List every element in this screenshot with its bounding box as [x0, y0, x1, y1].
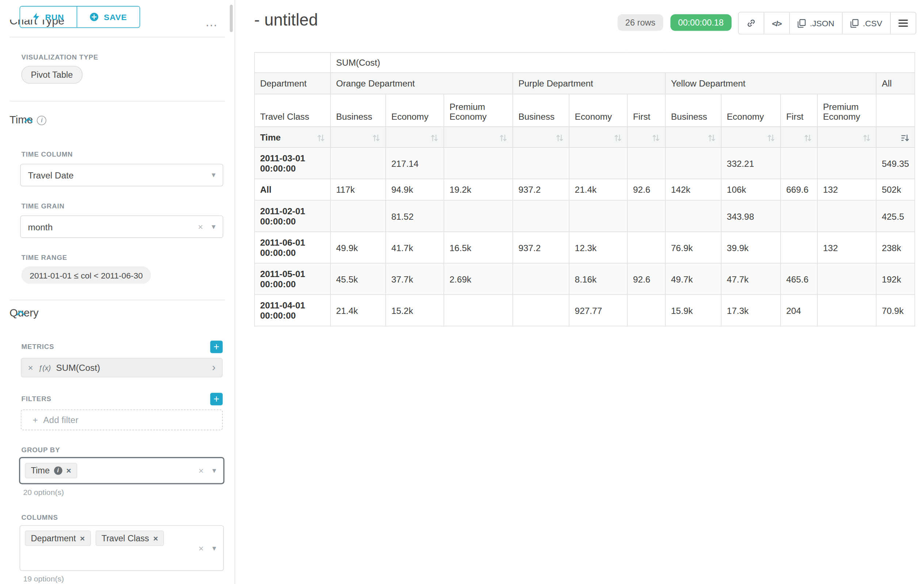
- menu-button[interactable]: [890, 12, 916, 34]
- group-by-label: GROUP BY: [21, 446, 60, 454]
- dimension-tag[interactable]: Travel Class×: [96, 531, 164, 546]
- link-icon: [746, 18, 756, 28]
- time-range-pill[interactable]: 2011-01-01 ≤ col < 2011-06-30: [21, 267, 151, 284]
- time-column-label: TIME COLUMN: [21, 151, 73, 158]
- query-section-header[interactable]: Query: [10, 307, 39, 319]
- sort-icon[interactable]: [708, 134, 716, 142]
- value-cell: 204: [780, 294, 817, 326]
- columns-options-hint: 19 option(s): [23, 574, 64, 583]
- value-cell: 94.9k: [386, 179, 444, 201]
- value-cell: 92.6: [627, 263, 665, 294]
- sorter-cell[interactable]: [330, 127, 386, 148]
- value-cell: [627, 148, 665, 179]
- class-header-cell: First: [780, 94, 817, 127]
- value-cell: 937.2: [513, 179, 569, 201]
- columns-select[interactable]: Department×Travel Class× × ▾: [20, 525, 224, 571]
- value-cell: 117k: [330, 179, 386, 201]
- sidebar-scrollbar[interactable]: [230, 5, 233, 32]
- value-cell: [817, 294, 876, 326]
- dimension-tag[interactable]: Department×: [25, 531, 91, 546]
- divider: [10, 299, 225, 300]
- sorter-cell[interactable]: [817, 127, 876, 148]
- value-cell: [627, 294, 665, 326]
- tag-label: Time: [31, 466, 50, 475]
- group-by-select[interactable]: Timei× × ▾: [20, 458, 224, 484]
- sort-icon[interactable]: [863, 134, 870, 142]
- add-filter-label: Add filter: [43, 415, 78, 425]
- row-dimension-header-cell[interactable]: Time: [254, 127, 330, 148]
- sorter-cell[interactable]: [444, 127, 513, 148]
- time-grain-select[interactable]: month × ▾: [20, 216, 223, 238]
- remove-tag-icon[interactable]: ×: [80, 534, 85, 543]
- sorter-cell[interactable]: [386, 127, 444, 148]
- caret-down-icon[interactable]: ▾: [212, 222, 216, 231]
- export-csv-button[interactable]: .CSV: [842, 12, 890, 34]
- ellipsis-icon[interactable]: ⋯: [206, 18, 218, 32]
- value-cell: 37.7k: [386, 263, 444, 294]
- sorter-cell[interactable]: [627, 127, 665, 148]
- sorter-cell[interactable]: [721, 127, 781, 148]
- sorter-cell[interactable]: [569, 127, 627, 148]
- clear-icon[interactable]: ×: [198, 222, 203, 232]
- sort-icon[interactable]: [499, 134, 507, 142]
- time-section-header[interactable]: Time i: [10, 114, 46, 126]
- sort-icon[interactable]: [614, 134, 622, 142]
- remove-metric-icon[interactable]: ×: [28, 362, 33, 373]
- caret-down-icon[interactable]: ▾: [212, 171, 216, 179]
- copy-icon: [850, 19, 859, 27]
- sort-icon[interactable]: [804, 134, 812, 142]
- add-filter-plus-button[interactable]: +: [210, 393, 223, 405]
- class-header-cell: Premium Economy: [817, 94, 876, 127]
- group-by-tags: Timei×: [24, 466, 81, 475]
- sorter-cell[interactable]: [665, 127, 721, 148]
- remove-tag-icon[interactable]: ×: [153, 534, 158, 543]
- chart-title[interactable]: - untitled: [254, 11, 318, 30]
- sorter-cell[interactable]: [513, 127, 569, 148]
- sorter-cell[interactable]: [780, 127, 817, 148]
- sort-icon[interactable]: [431, 134, 438, 142]
- chevron-right-icon[interactable]: ›: [212, 361, 216, 374]
- embed-code-button[interactable]: </>: [764, 12, 789, 34]
- value-cell: [513, 148, 569, 179]
- share-link-button[interactable]: [739, 12, 764, 34]
- caret-down-icon[interactable]: ▾: [212, 466, 216, 475]
- export-json-button[interactable]: .JSON: [789, 12, 842, 34]
- sort-icon[interactable]: [652, 134, 660, 142]
- divider: [10, 101, 225, 102]
- value-cell: 17.3k: [721, 294, 781, 326]
- clear-icon[interactable]: ×: [198, 466, 203, 476]
- sort-icon[interactable]: [372, 134, 380, 142]
- remove-tag-icon[interactable]: ×: [66, 466, 71, 475]
- class-header-cell: Premium Economy: [444, 94, 513, 127]
- sort-icon[interactable]: [767, 134, 775, 142]
- value-cell: 217.14: [386, 148, 444, 179]
- caret-down-icon[interactable]: ▾: [212, 543, 216, 552]
- chevron-up-icon[interactable]: [25, 118, 33, 123]
- clear-icon[interactable]: ×: [198, 543, 203, 553]
- query-timer-badge: 00:00:00.18: [670, 14, 731, 31]
- metric-pill[interactable]: × ƒ(x) SUM(Cost) ›: [21, 358, 223, 377]
- value-cell: [780, 232, 817, 263]
- time-column-select[interactable]: Travel Date ▾: [20, 164, 223, 186]
- export-csv-label: .CSV: [863, 18, 882, 28]
- class-header-cell: Economy: [569, 94, 627, 127]
- sort-desc-icon[interactable]: [901, 134, 909, 142]
- add-filter-button[interactable]: + Add filter: [21, 410, 223, 430]
- chevron-up-icon[interactable]: [17, 310, 25, 316]
- sorter-cell[interactable]: [876, 127, 915, 148]
- chart-type-heading: Chart Type: [10, 20, 188, 33]
- class-header-cell: Business: [513, 94, 569, 127]
- value-cell: 238k: [876, 232, 915, 263]
- sort-icon[interactable]: [556, 134, 564, 142]
- sort-icon[interactable]: [317, 134, 325, 141]
- function-icon: ƒ(x): [38, 364, 51, 372]
- metrics-label: METRICS: [21, 343, 54, 350]
- add-metric-button[interactable]: +: [210, 341, 223, 353]
- dimension-tag[interactable]: Timei×: [25, 463, 77, 478]
- group-by-options-hint: 20 option(s): [23, 488, 64, 497]
- control-panel: RUN SAVE ⋯ Chart Type VISUALIZATION TYPE…: [0, 0, 235, 584]
- visualization-type-pill[interactable]: Pivot Table: [21, 66, 82, 84]
- info-icon: i: [54, 466, 62, 475]
- row-label-cell: All: [254, 179, 330, 201]
- info-icon: i: [37, 115, 46, 125]
